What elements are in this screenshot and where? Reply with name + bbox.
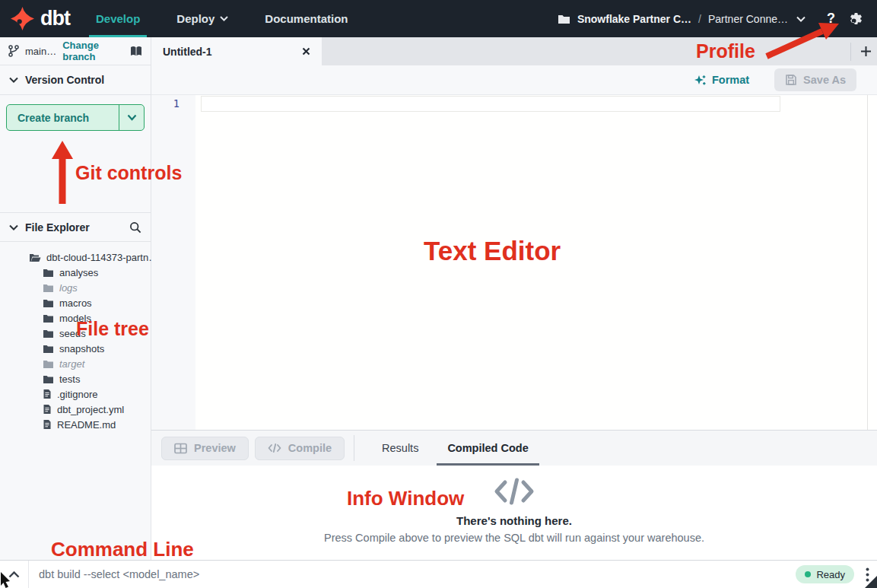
- command-bar-divider: [28, 561, 29, 588]
- tree-item-models[interactable]: models: [0, 310, 151, 326]
- preview-button[interactable]: Preview: [161, 437, 249, 460]
- change-branch-link[interactable]: Change branch: [62, 40, 123, 62]
- account-name[interactable]: Snowflake Partner C…: [577, 13, 691, 25]
- chevron-down-icon: [9, 224, 18, 230]
- tree-item-label: analyses: [59, 267, 98, 278]
- docs-book-icon[interactable]: [129, 46, 143, 57]
- tree-item-label: tests: [59, 373, 80, 385]
- help-icon[interactable]: ?: [827, 11, 835, 27]
- tree-item-target[interactable]: target: [0, 356, 151, 371]
- folder-icon: [43, 298, 54, 308]
- format-button[interactable]: Format: [694, 74, 749, 87]
- new-tab-button[interactable]: [855, 37, 876, 65]
- tree-item-label: macros: [59, 297, 92, 309]
- compile-code-icon: [268, 443, 281, 453]
- line-number: 1: [151, 97, 195, 110]
- folder-icon: [43, 374, 54, 384]
- close-tab-icon[interactable]: [302, 47, 310, 56]
- tree-item-snapshots[interactable]: snapshots: [0, 341, 151, 356]
- compile-button[interactable]: Compile: [255, 437, 345, 460]
- tree-item-label: target: [59, 358, 84, 370]
- tree-item-label: dbt-cloud-114373-partn…: [46, 252, 158, 263]
- tree-item-macros[interactable]: macros: [0, 295, 151, 310]
- chevron-down-icon: [220, 16, 228, 21]
- file-explorer-header[interactable]: File Explorer: [0, 212, 151, 242]
- create-branch-dropdown-button[interactable]: [119, 105, 144, 130]
- folder-icon: [558, 14, 570, 24]
- nav-item-deploy[interactable]: Deploy: [176, 0, 228, 37]
- status-dot-icon: [805, 571, 811, 577]
- create-branch-button[interactable]: Create branch: [7, 105, 119, 130]
- version-control-header[interactable]: Version Control: [0, 65, 151, 95]
- format-sparkle-icon: [694, 74, 707, 87]
- folder-icon: [43, 268, 54, 278]
- panel-header-divider: [354, 435, 354, 461]
- dbt-logo[interactable]: dbt: [11, 7, 70, 30]
- editor-tab-bar: Untitled-1: [151, 37, 877, 65]
- preview-table-icon: [174, 443, 187, 454]
- nav-item-documentation[interactable]: Documentation: [265, 0, 348, 37]
- chevron-down-icon: [127, 114, 137, 121]
- kebab-menu-icon[interactable]: [866, 567, 869, 582]
- tree-item-dbt_project.yml[interactable]: dbt_project.yml: [0, 402, 151, 417]
- tree-item-dbt-cloud-114373-partn[interactable]: dbt-cloud-114373-partn…: [0, 250, 151, 265]
- gear-icon[interactable]: [849, 11, 863, 26]
- save-floppy-icon: [785, 74, 797, 86]
- editor-scroll-rule: [867, 95, 868, 430]
- plus-icon: [860, 46, 872, 57]
- folder-icon: [43, 283, 54, 293]
- info-window-header: Preview Compile Results Compiled Code: [151, 431, 877, 466]
- current-branch-name: main…: [25, 46, 56, 57]
- text-editor[interactable]: 1: [151, 95, 877, 430]
- tree-item-label: README.md: [57, 419, 116, 431]
- editor-gutter: [151, 95, 195, 430]
- tab-compiled-code[interactable]: Compiled Code: [437, 431, 539, 466]
- file-icon: [43, 419, 52, 430]
- project-chevron-down-icon[interactable]: [796, 16, 806, 22]
- file-explorer-title: File Explorer: [25, 221, 90, 234]
- folder-icon: [43, 313, 54, 323]
- dbt-logo-icon: [11, 7, 34, 30]
- editor-active-line[interactable]: [201, 96, 780, 112]
- empty-state-subtitle: Press Compile above to preview the SQL d…: [324, 532, 704, 544]
- info-window-body: There's nothing here. Press Compile abov…: [151, 466, 877, 561]
- folder-icon: [43, 344, 54, 354]
- save-as-button[interactable]: Save As: [774, 68, 856, 91]
- dbt-cloud-ide: dbt Develop Deploy Documentation Snowfla…: [0, 0, 877, 588]
- sidebar: Version Control Create branch File Explo…: [0, 65, 151, 560]
- project-name[interactable]: Partner Conne…: [708, 13, 788, 25]
- tree-item-label: seeds: [59, 328, 86, 339]
- status-badge: Ready: [796, 565, 854, 583]
- command-bar: dbt build --select <model_name> Ready: [0, 560, 877, 588]
- info-window-panel: Preview Compile Results Compiled Code: [151, 430, 877, 560]
- top-nav: dbt Develop Deploy Documentation Snowfla…: [0, 0, 877, 37]
- tree-item-.gitignore[interactable]: .gitignore: [0, 386, 151, 402]
- breadcrumb-separator: /: [698, 13, 701, 25]
- version-control-title: Version Control: [25, 74, 104, 86]
- nav-item-develop[interactable]: Develop: [96, 0, 140, 37]
- tree-item-README.md[interactable]: README.md: [0, 417, 151, 432]
- tab-untitled-1[interactable]: Untitled-1: [151, 37, 322, 65]
- expand-command-bar-button[interactable]: [0, 561, 28, 588]
- file-tree: dbt-cloud-114373-partn…analyseslogsmacro…: [0, 250, 151, 432]
- tab-title: Untitled-1: [163, 46, 212, 58]
- file-icon: [43, 404, 52, 415]
- tree-item-logs[interactable]: logs: [0, 280, 151, 295]
- code-brackets-icon: [494, 476, 535, 510]
- command-input[interactable]: dbt build --select <model_name>: [39, 568, 796, 580]
- folder-icon: [43, 359, 54, 369]
- dbt-logo-text: dbt: [40, 7, 70, 30]
- tree-item-analyses[interactable]: analyses: [0, 265, 151, 280]
- git-branch-icon: [8, 45, 19, 57]
- folder-icon: [43, 329, 54, 338]
- tab-results[interactable]: Results: [371, 431, 429, 466]
- create-branch-split-button: Create branch: [6, 104, 145, 131]
- tree-item-label: dbt_project.yml: [57, 404, 124, 415]
- search-icon[interactable]: [129, 221, 141, 234]
- editor-toolbar: Format Save As: [151, 65, 877, 95]
- tree-item-seeds[interactable]: seeds: [0, 326, 151, 341]
- tree-item-label: snapshots: [59, 343, 104, 354]
- tree-item-tests[interactable]: tests: [0, 371, 151, 386]
- tab-bar-divider: [850, 43, 851, 61]
- empty-state-title: There's nothing here.: [456, 514, 572, 527]
